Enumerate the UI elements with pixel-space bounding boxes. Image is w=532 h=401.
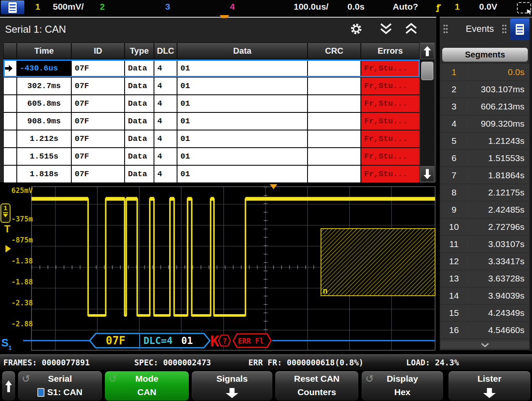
trigger-level-label: T <box>4 223 10 235</box>
expand-up-icon[interactable] <box>404 23 419 36</box>
segment-index: 11 <box>441 239 468 249</box>
lister-row[interactable]: 1.818s07FData401Fr,Stu... <box>3 165 420 183</box>
segment-row[interactable]: 10.0s <box>441 64 529 81</box>
panel-grip-handle[interactable] <box>502 24 507 34</box>
selection-marquee-icon[interactable] <box>517 2 531 13</box>
cell-data: 01 <box>177 148 308 165</box>
cell-time: 302.7ms <box>17 77 71 95</box>
column-header-ID: ID <box>71 43 125 59</box>
cell-dlc: 4 <box>154 148 177 165</box>
segment-row[interactable]: 102.72796s <box>441 219 529 236</box>
cell-err: Fr,Stu... <box>361 165 420 183</box>
collapse-down-icon[interactable] <box>378 23 394 36</box>
column-header-DLC: DLC <box>154 43 177 59</box>
lister-scrollbar[interactable] <box>420 43 435 182</box>
segment-row[interactable]: 3606.213ms <box>441 98 529 115</box>
segment-index: 8 <box>441 187 468 198</box>
panel-grip-handle[interactable] <box>443 24 448 34</box>
cell-crc <box>308 130 361 148</box>
segment-index: 5 <box>441 136 468 146</box>
channel-4-badge[interactable]: 4 <box>230 2 235 12</box>
segment-row[interactable]: 61.51553s <box>441 150 529 167</box>
segment-row[interactable]: 143.94039s <box>441 287 529 305</box>
cell-id: 07F <box>71 165 125 183</box>
segment-row[interactable]: 113.03107s <box>441 236 529 253</box>
segment-row[interactable]: 2303.107ms <box>441 81 529 98</box>
column-header-Type: Type <box>125 43 154 59</box>
cell-marker <box>3 60 17 77</box>
decode-ack-error: K <box>210 333 219 350</box>
channel-2-badge[interactable]: 2 <box>100 2 105 12</box>
channel-1-badge[interactable]: 1 <box>35 2 40 12</box>
events-panel: Events Segments 10.0s2303.107ms3606.213m… <box>440 17 532 350</box>
softkey-signals[interactable]: Signals <box>191 371 273 401</box>
segment-index: 4 <box>441 119 468 129</box>
cell-time: 1.818s <box>17 165 71 183</box>
lister-row[interactable]: 908.9ms07FData401Fr,Stu... <box>3 112 420 130</box>
cell-dlc: 4 <box>154 77 177 95</box>
cell-type: Data <box>125 165 154 183</box>
segment-time: 3.94039s <box>468 291 529 301</box>
softkey-serial-label: Serial <box>18 374 102 384</box>
softkey-mode[interactable]: ↺ Mode CAN <box>104 371 189 401</box>
decode-data-byte: 01 <box>181 335 193 346</box>
segment-row[interactable]: 51.21243s <box>441 133 529 150</box>
scrollbar-thumb[interactable] <box>421 62 433 80</box>
lister-row[interactable]: 605.8ms07FData401Fr,Stu... <box>3 95 420 112</box>
spec-counter: SPEC: 0000002473 <box>134 358 211 367</box>
scale-label: -375m <box>11 215 33 223</box>
segment-index: 7 <box>441 170 468 180</box>
softkey-display[interactable]: ↺ Display Hex <box>361 371 443 401</box>
scroll-up-button[interactable] <box>420 43 434 59</box>
softkey-mode-label: Mode <box>105 374 189 384</box>
cell-marker <box>3 77 17 95</box>
cell-dlc: 4 <box>154 165 177 183</box>
menu-list-icon <box>8 2 17 13</box>
settings-gear-icon[interactable] <box>350 23 362 35</box>
cell-id: 07F <box>71 95 125 112</box>
cell-time: 1.515s <box>17 148 71 165</box>
segment-row[interactable]: 82.12175s <box>441 184 529 201</box>
segment-row[interactable]: 123.33417s <box>441 253 529 270</box>
lister-row[interactable]: -430.6us07FData401Fr,Stu... <box>3 60 420 77</box>
segments-scroll-more[interactable] <box>441 341 529 349</box>
cell-type: Data <box>125 148 154 165</box>
cell-crc <box>308 112 361 130</box>
segment-row[interactable]: 154.24349s <box>441 305 529 322</box>
softkey-lister[interactable]: Lister <box>448 371 531 401</box>
lister-row[interactable]: 1.515s07FData401Fr,Stu... <box>3 148 420 165</box>
segment-row[interactable]: 164.54660s <box>441 322 529 339</box>
segment-index: 6 <box>441 153 468 163</box>
softkey-lister-label: Lister <box>449 374 530 384</box>
channel-3-badge[interactable]: 3 <box>165 2 170 12</box>
lister-view-icon <box>515 23 524 35</box>
lister-view-button[interactable] <box>510 18 529 40</box>
main-menu-button[interactable] <box>1 0 24 14</box>
segment-row[interactable]: 92.42485s <box>441 201 529 219</box>
segment-row[interactable]: 4909.320ms <box>441 115 529 133</box>
segments-tab[interactable]: Segments <box>442 48 528 62</box>
lister-row[interactable]: 302.7ms07FData401Fr,Stu... <box>3 77 420 95</box>
cursor-arrow-icon <box>527 9 532 15</box>
channel-1-ground-marker[interactable]: 1 <box>0 203 10 223</box>
cell-time: -430.6us <box>17 60 71 77</box>
serial-channel-chip <box>37 388 44 397</box>
events-panel-title: Events <box>466 23 494 34</box>
lister-row[interactable]: 1.212s07FData401Fr,Stu... <box>3 130 420 148</box>
softkey-serial[interactable]: ↺ Serial S1: CAN <box>18 371 102 401</box>
scroll-down-button[interactable] <box>420 166 434 182</box>
segments-list: 10.0s2303.107ms3606.213ms4909.320ms51.21… <box>441 64 529 341</box>
cell-crc <box>308 165 361 183</box>
segment-index: 15 <box>441 308 468 318</box>
cell-time: 908.9ms <box>17 112 71 130</box>
segment-row[interactable]: 133.63728s <box>441 270 529 287</box>
scale-label: -875m <box>11 236 33 244</box>
cell-crc <box>308 95 361 112</box>
segment-row[interactable]: 71.81864s <box>441 167 529 184</box>
softkey-reset-can-counters[interactable]: Reset CAN Counters <box>275 371 359 401</box>
trigger-level-marker[interactable] <box>5 245 11 253</box>
cell-type: Data <box>125 77 154 95</box>
cell-marker <box>3 130 17 148</box>
back-button[interactable] <box>2 371 16 401</box>
cell-id: 07F <box>71 112 125 130</box>
